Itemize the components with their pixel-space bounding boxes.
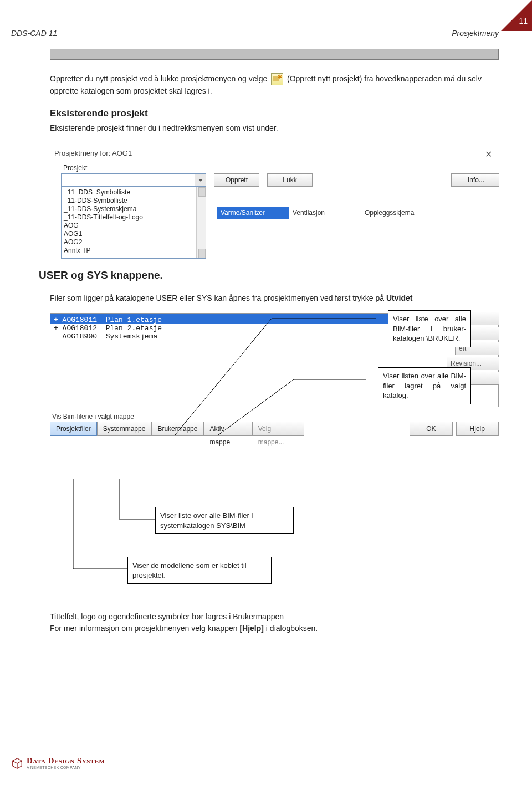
velgmappe-button[interactable]: Velg mappe... [252, 422, 305, 436]
row-mark [54, 332, 63, 341]
opprett-button[interactable]: Opprett [214, 173, 259, 187]
user-sys-heading: USER og SYS knappene. [39, 269, 510, 281]
list-item[interactable]: _11_DDS_Symbolliste [64, 188, 196, 197]
info-button[interactable]: Info... [451, 173, 499, 187]
hjelp-button[interactable]: Hjelp [456, 422, 499, 436]
intro-a: Oppretter du nytt prosjekt ved å lukke p… [50, 74, 269, 83]
existing-text: Eksisterende prosjekt finner du i nedtre… [50, 122, 499, 134]
brand-name: Data Design System [27, 757, 105, 765]
closing-2c: i dialogboksen. [264, 624, 318, 633]
bim-label: Vis Bim-filene i valgt mappe [52, 413, 499, 420]
screenshot-projectmenu: Prosjektmeny for: AOG1 ✕ Prosjekt Oppret… [50, 143, 499, 259]
footer-logo: Data Design System A NEMETSCHEK COMPANY [11, 757, 105, 769]
tab-varme[interactable]: Varme/Sanitær [217, 207, 289, 219]
tab-ventilasjon[interactable]: Ventilasjon [289, 207, 361, 219]
closing-block: Tittelfelt, logo og egendefinerte symbol… [50, 611, 499, 634]
list-item[interactable]: _11-DDS-Systemskjema [64, 205, 196, 213]
menu-rest: rosjekt [68, 164, 87, 172]
cube-icon [11, 757, 23, 769]
callout-sysbim: Viser liste over alle BIM-filer i system… [155, 507, 294, 534]
row-mark: + [54, 324, 63, 332]
row-desc: Plan 2.etasje [106, 324, 162, 332]
ok-button[interactable]: OK [410, 422, 452, 436]
row-code: AOG18900 [63, 332, 97, 341]
list-item[interactable]: AOG [64, 222, 196, 230]
closing-line1: Tittelfelt, logo og egendefinerte symbol… [50, 611, 499, 623]
tabs-row: Varme/Sanitær Ventilasjon Oppleggsskjema [217, 207, 489, 219]
menu-prosjekt[interactable]: Prosjekt [63, 164, 499, 172]
project-dropdown[interactable]: _11_DDS_Symbolliste _11-DDS-Symbolliste … [61, 187, 206, 259]
row-desc: Systemskjema [106, 332, 158, 341]
brand-sub: A NEMETSCHEK COMPANY [27, 766, 105, 769]
list-item[interactable]: AOG2 [64, 238, 196, 247]
button-row: Prosjektfiler Systemmappe Brukermappe Ak… [50, 422, 499, 436]
brukermappe-button[interactable]: Brukermappe [151, 422, 203, 436]
hjelp-bold: [Hjelp] [239, 624, 264, 633]
callout-lines-lower [50, 485, 499, 596]
list-item[interactable]: _11-DDS-Tittelfelt-og-Logo [64, 213, 196, 222]
list-item[interactable]: AOG1 [64, 230, 196, 238]
doc-header: DDS-CAD 11 Prosjektmeny [11, 29, 499, 40]
project-combo[interactable] [61, 173, 206, 187]
row-code: AOG18011 [63, 316, 97, 324]
user-sys-text: Filer som ligger på katalogene USER elle… [50, 293, 499, 304]
menu-accel: P [63, 164, 68, 172]
systemmappe-button[interactable]: Systemmappe [97, 422, 152, 436]
page-number: 11 [519, 17, 528, 25]
lukk-button[interactable]: Lukk [267, 173, 313, 187]
new-project-icon [271, 73, 283, 85]
chevron-down-icon[interactable] [195, 174, 206, 186]
existing-heading: Eksisterende prosjekt [50, 108, 499, 119]
row-desc: Plan 1.etasje [106, 316, 162, 324]
tab-oppleggsskjema[interactable]: Oppleggsskjema [361, 207, 489, 219]
callout-katalog: Viser listen over alle BIM-filer lagret … [378, 367, 471, 404]
dialog-title: Prosjektmeny for: AOG1 [50, 143, 499, 162]
callout-modeller: Viser de modellene som er koblet til pro… [127, 557, 272, 584]
list-item[interactable]: Annlx TP [64, 247, 196, 255]
row-code: AOG18012 [63, 324, 97, 332]
header-left: DDS-CAD 11 [11, 29, 57, 38]
utvidet-bold: Utvidet [386, 294, 412, 302]
project-combo-input[interactable] [62, 174, 195, 186]
callout-bruker: Viser liste over alle BIM-filer i bruker… [388, 310, 471, 347]
intro-paragraph: Oppretter du nytt prosjekt ved å lukke p… [50, 73, 499, 97]
project-dropdown-list[interactable]: _11_DDS_Symbolliste _11-DDS-Symbolliste … [62, 187, 196, 258]
footer: Data Design System A NEMETSCHEK COMPANY [11, 757, 521, 769]
header-right: Prosjektmeny [452, 29, 499, 38]
gray-bar [50, 49, 499, 60]
aktivmappe-button[interactable]: Aktiv mappe [203, 422, 252, 436]
footer-rule [110, 763, 521, 763]
page-corner [501, 0, 532, 31]
closing-2a: For mer informasjon om prosjektmenyen ve… [50, 624, 239, 633]
close-icon[interactable]: ✕ [485, 149, 492, 160]
prosjektfiler-button[interactable]: Prosjektfiler [50, 422, 97, 436]
scrollbar[interactable] [196, 187, 206, 258]
row-mark: + [54, 316, 63, 324]
user-sys-a: Filer som ligger på katalogene USER elle… [50, 294, 386, 302]
list-item[interactable]: _11-DDS-Symbolliste [64, 197, 196, 205]
